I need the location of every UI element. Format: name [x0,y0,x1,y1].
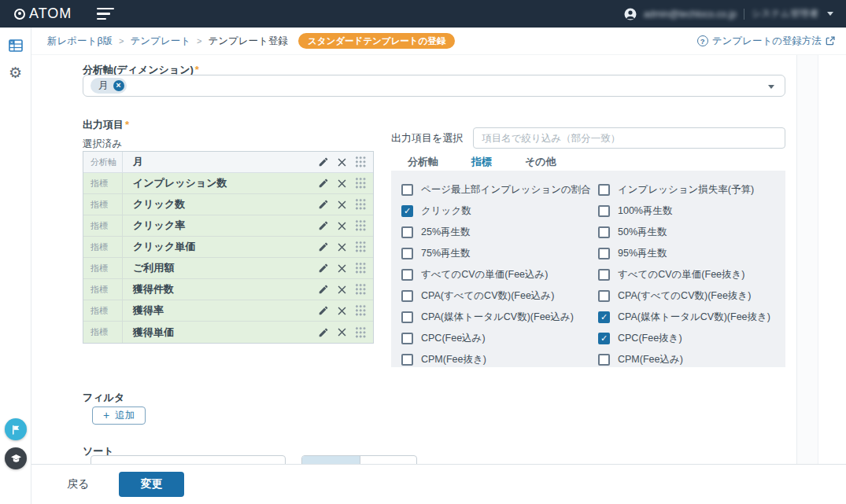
remove-icon[interactable] [337,200,347,210]
submit-button[interactable]: 変更 [119,472,184,497]
item-type-label: 指標 [83,300,123,321]
option-checkbox[interactable] [401,205,413,217]
sort-desc-button[interactable] [360,456,416,464]
back-button[interactable]: 戻る [67,477,89,491]
required-mark: * [125,119,129,131]
option-checkbox[interactable] [401,248,413,259]
output-option-row[interactable]: 75%再生数 [391,243,588,264]
remove-icon[interactable] [337,157,347,167]
selected-item-row: 指標 インプレッション数 [83,173,373,194]
option-checkbox[interactable] [401,311,413,323]
edit-icon[interactable] [318,241,329,252]
remove-icon[interactable] [337,221,347,231]
output-option-row[interactable]: ページ最上部インプレッションの割合 [391,179,588,200]
output-option-row[interactable]: クリック数 [391,200,588,222]
remove-icon[interactable] [337,242,347,252]
top-header: ATOM admin@techloco.co.jp システム管理者 [0,0,846,28]
option-checkbox[interactable] [401,184,413,196]
user-menu[interactable]: admin@techloco.co.jp システム管理者 [624,7,833,20]
output-search-input[interactable] [473,127,785,149]
option-checkbox[interactable] [598,269,610,281]
option-checkbox[interactable] [401,290,413,302]
output-option-row[interactable]: CPM(Fee抜き) [391,349,588,367]
dimension-chip: 月 [91,78,127,94]
item-type-label: 指標 [83,279,123,300]
drag-handle-icon[interactable] [355,326,366,339]
template-type-badge: スタンダードテンプレートの登録 [298,33,455,49]
option-checkbox[interactable] [598,333,610,344]
output-option-row[interactable]: 25%再生数 [391,222,588,243]
help-link[interactable]: テンプレートの登録方法 [697,35,835,48]
help-link-label: テンプレートの登録方法 [712,35,822,48]
edit-icon[interactable] [318,327,329,338]
drag-handle-icon[interactable] [355,283,366,296]
remove-icon[interactable] [337,285,347,295]
settings-icon[interactable]: ⚙ [9,65,22,80]
drag-handle-icon[interactable] [355,177,366,189]
edit-icon[interactable] [318,305,329,316]
option-checkbox[interactable] [401,333,413,344]
edit-icon[interactable] [318,284,329,295]
edit-icon[interactable] [318,220,329,231]
option-checkbox[interactable] [401,226,413,238]
atom-logo[interactable]: ATOM [14,6,72,22]
output-option-row[interactable]: すべてのCVの単価(Fee抜き) [588,264,785,285]
remove-icon[interactable] [337,178,347,189]
add-filter-button[interactable]: 追加 [92,407,146,425]
edit-icon[interactable] [318,156,329,167]
output-option-row[interactable]: 95%再生数 [588,243,785,264]
option-checkbox[interactable] [598,248,610,259]
output-option-row[interactable]: CPA(媒体トータルCV数)(Fee抜き) [588,307,785,328]
scroll-gutter[interactable] [797,55,818,464]
menu-icon[interactable] [97,8,114,20]
edit-icon[interactable] [318,178,329,189]
chip-remove-icon[interactable] [113,80,124,91]
output-option-row[interactable]: CPA(すべてのCV数)(Fee抜き) [588,285,785,307]
remove-icon[interactable] [337,306,347,316]
remove-icon[interactable] [337,263,347,274]
remove-icon[interactable] [337,327,347,337]
output-option-row[interactable]: CPA(すべてのCV数)(Fee込み) [391,285,588,307]
drag-handle-icon[interactable] [355,219,366,232]
feedback-fab[interactable] [5,418,27,440]
output-option-row[interactable]: CPA(媒体トータルCV数)(Fee込み) [391,307,588,328]
option-label: 50%再生数 [618,226,667,239]
selected-item-row: 指標 クリック単価 [83,237,373,258]
option-checkbox[interactable] [401,354,413,366]
option-checkbox[interactable] [598,354,610,366]
output-option-row[interactable]: CPC(Fee込み) [391,328,588,349]
item-type-label: 指標 [83,258,123,278]
item-name: 獲得件数 [123,282,318,296]
drag-handle-icon[interactable] [355,156,366,168]
breadcrumb-link[interactable]: 新レポートβ版 [47,35,113,48]
output-option-row[interactable]: 50%再生数 [588,222,785,243]
drag-handle-icon[interactable] [355,241,366,253]
drag-handle-icon[interactable] [355,262,366,274]
edit-icon[interactable] [318,263,329,274]
sort-asc-button[interactable] [302,456,360,464]
sort-field-select[interactable] [91,455,286,464]
output-option-row[interactable]: インプレッション損失率(予算) [588,179,785,200]
option-label: CPA(すべてのCV数)(Fee込み) [421,289,554,303]
output-option-row[interactable]: CPC(Fee抜き) [588,328,785,349]
drag-handle-icon[interactable] [355,304,366,317]
output-option-row[interactable]: CPM(Fee込み) [588,349,785,367]
external-link-icon [826,36,835,46]
breadcrumb-link[interactable]: テンプレート [131,35,190,48]
report-icon[interactable] [8,38,24,53]
flag-icon [11,425,21,435]
output-option-row[interactable]: 100%再生数 [588,200,785,222]
option-checkbox[interactable] [598,205,610,217]
item-name: クリック率 [123,219,318,233]
option-checkbox[interactable] [598,184,610,196]
drag-handle-icon[interactable] [355,198,366,211]
learning-fab[interactable] [5,447,27,469]
option-checkbox[interactable] [598,226,610,238]
option-checkbox[interactable] [598,311,610,323]
output-option-row[interactable]: すべてのCVの単価(Fee込み) [391,264,588,285]
edit-icon[interactable] [318,199,329,210]
option-checkbox[interactable] [401,269,413,281]
item-type-label: 指標 [83,322,123,343]
dimension-select[interactable]: 月 [83,75,785,97]
option-checkbox[interactable] [598,290,610,302]
